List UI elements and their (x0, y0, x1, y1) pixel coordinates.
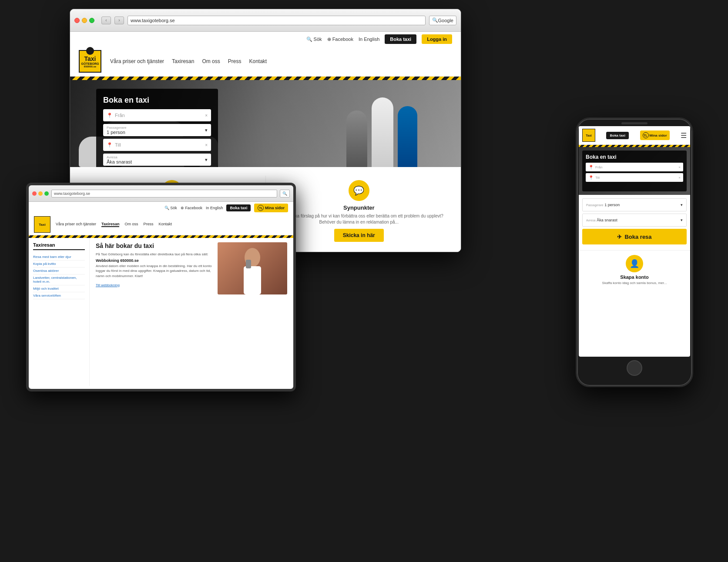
phone-passengers-label: Passagerare (586, 204, 604, 207)
phone-to-placeholder: Till (595, 176, 600, 180)
phone-boka-taxi-button[interactable]: Boka taxi (606, 132, 629, 139)
tablet-nav-taxiresan[interactable]: Taxiresan (101, 222, 119, 227)
departure-value: Åka snarast (107, 159, 132, 164)
search-bar[interactable]: 🔍 Google (429, 16, 456, 25)
logo-box: Taxi GÖTEBORG 650000.se (79, 50, 101, 73)
departure-select[interactable]: Avresa Åka snarast ▾ (103, 154, 211, 166)
tablet-search-link[interactable]: 🔍 Sök (164, 206, 177, 210)
tablet-article: Så här bokar du taxi På Taxi Göteborg ka… (90, 238, 293, 386)
nav-item-om-oss[interactable]: Om oss (202, 58, 220, 64)
to-placeholder: Till (115, 142, 121, 147)
phone-passengers-select[interactable]: Passagerare 1 person ▾ (582, 198, 687, 211)
nav-item-taxiresan[interactable]: Taxiresan (172, 58, 194, 64)
phone-logo-text: Taxi (586, 134, 592, 137)
phone-location-icon: 📍 (588, 165, 594, 170)
tablet-close-light[interactable] (32, 191, 37, 196)
phone-chevron-icon: ▾ (681, 203, 683, 207)
phone-to-clear[interactable]: × (678, 176, 681, 180)
person-2 (398, 106, 417, 167)
sidebar-item[interactable]: Oseriösa aktörer (33, 268, 85, 274)
address-text: www.taxigoteborg.se (131, 18, 175, 23)
tablet-facebook-link[interactable]: ⊕ Facebook (181, 206, 202, 210)
sidebar-title: Taxiresan (33, 242, 85, 250)
phone-feature-icon: 👤 (626, 255, 643, 272)
sidebar-item[interactable]: Landvetter, centralstationen, hotell m.m… (33, 274, 85, 285)
tablet-nav-priser[interactable]: Våra priser och tjänster (56, 222, 96, 227)
phone-departure-select[interactable]: Avresa Åka snarast ▾ (582, 214, 687, 227)
person-silhouette-svg (235, 247, 270, 294)
close-traffic-light[interactable] (74, 18, 80, 23)
phone-to-input[interactable]: 📍 Till × (586, 173, 683, 182)
in-english-link[interactable]: In English (359, 37, 379, 42)
phone-home-button[interactable] (627, 360, 642, 376)
chevron-down-icon: ▾ (205, 127, 208, 133)
svg-rect-1 (244, 266, 261, 294)
facebook-link[interactable]: ⊕ Facebook (327, 37, 353, 42)
from-placeholder: Från (115, 113, 125, 118)
phone-feature: 👤 Skapa konto Skaffa konto idag och saml… (579, 250, 690, 290)
search-text: Google (438, 18, 453, 23)
phone-mina-sidor-button[interactable]: TL Mina sidor (640, 130, 670, 140)
search-icon: 🔍 (432, 17, 438, 23)
tablet-nav: Taxi Våra priser och tjänster Taxiresan … (34, 214, 288, 235)
booking-departure-row: Avresa Åka snarast ▾ (103, 154, 211, 166)
tablet-nav-om-oss[interactable]: Om oss (124, 222, 138, 227)
minimize-traffic-light[interactable] (82, 18, 87, 23)
nav-item-priser[interactable]: Våra priser och tjänster (110, 58, 164, 64)
tablet-boka-taxi-button[interactable]: Boka taxi (226, 204, 251, 211)
tablet-minimize-light[interactable] (38, 191, 43, 196)
hero-section: Boka en taxi 📍 Från × Passagerare 1 pers… (70, 80, 461, 167)
person-3 (346, 110, 367, 167)
forward-button[interactable]: › (114, 17, 124, 24)
phone-chevron-icon-2: ▾ (681, 218, 683, 222)
nav-item-press[interactable]: Press (228, 58, 242, 64)
phone-from-clear[interactable]: × (678, 165, 681, 169)
tablet-traffic-lights (32, 191, 49, 196)
site-header-top: 🔍 Sök ⊕ Facebook In English Boka taxi Lo… (79, 32, 452, 47)
phone-speaker (621, 122, 647, 124)
synpunkter-title: Synpunkter (272, 204, 446, 211)
skicka-in-button[interactable]: Skicka in här (334, 229, 384, 242)
to-input[interactable]: 📍 Till × (103, 139, 211, 151)
maximize-traffic-light[interactable] (89, 18, 94, 23)
article-link[interactable]: Till webbokning (96, 283, 120, 287)
tablet-nav-kontakt[interactable]: Kontakt (158, 222, 172, 227)
hamburger-menu-icon[interactable]: ☰ (681, 131, 687, 140)
smartphone: Taxi Boka taxi TL Mina sidor ☰ Boka en t… (576, 117, 693, 387)
passengers-select[interactable]: Passagerare 1 person ▾ (103, 124, 211, 136)
to-clear-icon[interactable]: × (205, 143, 208, 147)
logga-in-button[interactable]: Logga in (422, 34, 452, 44)
tablet-mina-sidor-button[interactable]: TL Mina sidor (254, 204, 288, 212)
sidebar-item[interactable]: Resa med barn eller djur (33, 254, 85, 261)
article-image (218, 242, 287, 294)
sidebar-item[interactable]: Kopia på kvitto (33, 261, 85, 268)
departure-label: Avresa (107, 155, 132, 159)
tablet-search-bar[interactable]: 🔍 (280, 190, 290, 197)
sidebar-item[interactable]: Miljö och kvalitet (33, 285, 85, 292)
passengers-value: 1 person (107, 130, 125, 135)
phone-booking-title: Boka en taxi (586, 154, 683, 160)
tablet-nav-press[interactable]: Press (143, 222, 153, 227)
location-icon-2: 📍 (107, 142, 113, 148)
nav-links: Våra priser och tjänster Taxiresan Om os… (110, 58, 267, 64)
phone-boka-resa-button[interactable]: ✈ Boka resa (582, 229, 687, 244)
logo-subtitle: GÖTEBORG (81, 62, 99, 65)
tablet-in-english-link[interactable]: In English (206, 206, 223, 210)
address-bar[interactable]: www.taxigoteborg.se (127, 16, 426, 25)
phone-from-placeholder: Från (595, 165, 602, 169)
phone-boka-resa-label: Boka resa (624, 234, 651, 240)
nav-item-kontakt[interactable]: Kontakt (249, 58, 267, 64)
search-link[interactable]: 🔍 Sök (306, 37, 322, 42)
person-1 (372, 97, 393, 167)
booking-passengers-row: Passagerare 1 person ▾ (103, 124, 211, 136)
tablet-address-bar[interactable]: www.taxigoteborg.se (51, 190, 277, 197)
from-clear-icon[interactable]: × (205, 113, 208, 118)
from-input[interactable]: 📍 Från × (103, 109, 211, 121)
synpunkter-icon: 💬 (349, 180, 369, 201)
back-button[interactable]: ‹ (101, 17, 111, 24)
sidebar-item[interactable]: Våra servicelöften (33, 292, 85, 299)
phone-departure-value: Åka snarast (597, 218, 617, 222)
phone-from-input[interactable]: 📍 Från × (586, 163, 683, 171)
boka-taxi-button[interactable]: Boka taxi (385, 34, 416, 44)
tablet-maximize-light[interactable] (44, 191, 49, 196)
